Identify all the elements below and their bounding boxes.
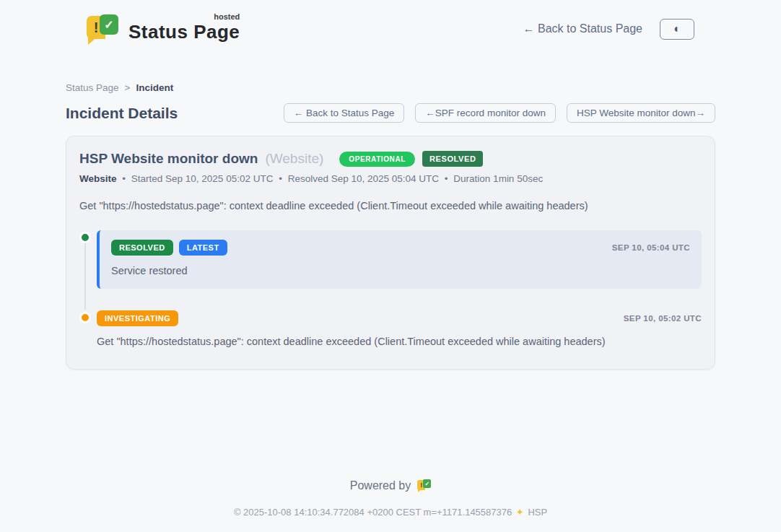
theme-toggle-button[interactable]: ◐ (660, 19, 694, 40)
timeline-dot-orange (79, 312, 91, 323)
speech-bubble-tail (88, 36, 98, 45)
timeline-message: Service restored (111, 265, 690, 276)
brand-name: Status Page (128, 21, 240, 43)
breadcrumb-status-page[interactable]: Status Page (66, 82, 119, 93)
breadcrumb-incident: Incident (136, 82, 173, 93)
footer-brand-suffix: HSP (528, 507, 547, 518)
investigating-status-badge: INVESTIGATING (97, 310, 178, 326)
meta-resolved: Resolved Sep 10, 2025 05:04 UTC (288, 173, 439, 184)
meta-separator: • (122, 173, 126, 184)
main-content: Status Page > Incident Incident Details … (66, 82, 715, 370)
statuspage-mini-logo-icon[interactable]: ! ✓ (417, 479, 431, 492)
incident-card: HSP Website monitor down (Website) OPERA… (66, 136, 715, 370)
brand-superscript: hosted (214, 12, 240, 21)
powered-by-text: Powered by (350, 479, 411, 492)
timeline-entry-head: RESOLVED LATEST SEP 10, 05:04 UTC (111, 240, 690, 256)
header-back-link[interactable]: ← Back to Status Page (523, 22, 642, 35)
timeline-badges: INVESTIGATING (97, 310, 178, 326)
meta-separator: • (445, 173, 448, 184)
title-row: Incident Details ← Back to Status Page ←… (66, 103, 715, 123)
timeline-timestamp: SEP 10, 05:04 UTC (612, 243, 690, 252)
timeline-entry-investigating: INVESTIGATING SEP 10, 05:02 UTC Get "htt… (79, 310, 702, 347)
meta-separator: • (279, 173, 282, 184)
incident-meta: Website • Started Sep 10, 2025 05:02 UTC… (79, 173, 702, 184)
incident-timeline: RESOLVED LATEST SEP 10, 05:04 UTC Servic… (79, 230, 702, 347)
header-right: ← Back to Status Page ◐ (523, 19, 694, 40)
brand-wrap: Status Page hosted (128, 15, 240, 43)
timeline-entry-body: INVESTIGATING SEP 10, 05:02 UTC Get "htt… (97, 310, 702, 347)
copyright-line: © 2025-10-08 14:10:34.772084 +0200 CEST … (0, 507, 781, 518)
sparkles-icon: ✦ (516, 507, 524, 518)
meta-component: Website (79, 173, 117, 184)
timeline-badges: RESOLVED LATEST (111, 240, 227, 256)
meta-duration: Duration 1min 50sec (453, 173, 543, 184)
timeline-entry-head: INVESTIGATING SEP 10, 05:02 UTC (97, 310, 702, 326)
timeline-timestamp: SEP 10, 05:02 UTC (624, 314, 702, 323)
timeline-entry-body: RESOLVED LATEST SEP 10, 05:04 UTC Servic… (97, 230, 702, 289)
incident-component: (Website) (265, 151, 323, 167)
incident-nav-buttons: ← Back to Status Page ←SPF record monito… (284, 103, 715, 123)
resolved-status-badge: RESOLVED (111, 240, 173, 256)
timeline-message: Get "https://hostedstatus.page": context… (97, 336, 702, 347)
checkmark-icon: ✓ (423, 479, 431, 488)
breadcrumb-separator: > (125, 82, 131, 93)
footer: Powered by ! ✓ © 2025-10-08 14:10:34.772… (0, 479, 781, 518)
page-title: Incident Details (66, 105, 178, 122)
timeline-dot-green (79, 232, 91, 243)
meta-started: Started Sep 10, 2025 05:02 UTC (131, 173, 274, 184)
back-to-status-page-button[interactable]: ← Back to Status Page (284, 103, 405, 123)
statuspage-logo-icon: ! ✓ (87, 14, 120, 43)
copyright-text: © 2025-10-08 14:10:34.772084 +0200 CEST … (234, 507, 512, 518)
header: ! ✓ Status Page hosted ← Back to Status … (0, 0, 781, 48)
next-incident-button[interactable]: HSP Website monitor down→ (567, 103, 715, 123)
incident-title: HSP Website monitor down (79, 151, 258, 167)
timeline-gap (79, 289, 702, 310)
operational-badge: OPERATIONAL (339, 152, 415, 167)
breadcrumb: Status Page > Incident (66, 82, 715, 93)
checkmark-icon: ✓ (100, 14, 118, 35)
powered-by: Powered by ! ✓ (0, 479, 781, 492)
incident-title-row: HSP Website monitor down (Website) OPERA… (79, 151, 702, 167)
resolved-badge: RESOLVED (422, 151, 484, 167)
incident-description: Get "https://hostedstatus.page": context… (79, 200, 702, 212)
statuspage-logo[interactable]: ! ✓ Status Page hosted (87, 14, 240, 43)
speech-bubble-tail (418, 489, 422, 492)
timeline-entry-resolved: RESOLVED LATEST SEP 10, 05:04 UTC Servic… (79, 230, 702, 289)
circle-half-icon: ◐ (673, 23, 681, 35)
prev-incident-button[interactable]: ←SPF record monitor down (415, 103, 556, 123)
latest-badge: LATEST (179, 240, 227, 256)
